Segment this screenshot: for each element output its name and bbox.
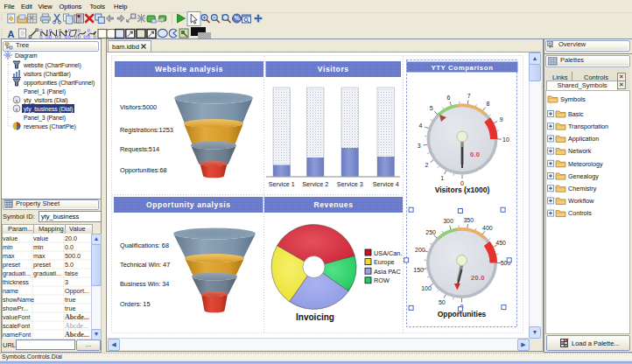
svg-text:max: max — [3, 252, 15, 260]
svg-text:Diagram: Diagram — [15, 52, 38, 60]
svg-text:0.0: 0.0 — [65, 243, 74, 251]
svg-text:Service 1: Service 1 — [269, 180, 295, 188]
svg-text:YTY Comparison: YTY Comparison — [431, 64, 493, 72]
svg-text:Revenues: Revenues — [314, 200, 354, 209]
svg-text:0.0: 0.0 — [470, 150, 480, 158]
svg-text:Invoicing: Invoicing — [296, 312, 334, 322]
svg-text:Network: Network — [568, 147, 592, 155]
svg-text:3: 3 — [65, 278, 68, 286]
svg-text:visitors (ChartBar): visitors (ChartBar) — [24, 71, 71, 78]
svg-text:Meteorology: Meteorology — [568, 160, 603, 168]
svg-text:opportunities (ChartFunnel): opportunities (ChartFunnel) — [24, 80, 95, 87]
svg-text:300: 300 — [443, 218, 453, 224]
svg-text:500.0: 500.0 — [65, 252, 81, 260]
svg-text:Abcde...: Abcde... — [65, 331, 89, 339]
svg-text:400: 400 — [482, 225, 493, 231]
svg-text:Registrations:1253: Registrations:1253 — [120, 126, 173, 134]
svg-text:yty_business (Dial): yty_business (Dial) — [24, 106, 73, 113]
svg-text:scaleFont: scaleFont — [3, 322, 30, 330]
svg-text:200: 200 — [415, 247, 425, 253]
svg-text:Website analysis: Website analysis — [155, 65, 223, 74]
svg-text:50: 50 — [439, 299, 446, 305]
svg-text:4: 4 — [418, 122, 422, 129]
svg-text:20.0: 20.0 — [65, 234, 77, 242]
svg-text:false: false — [65, 270, 78, 277]
svg-text:Qualifications: 68: Qualifications: 68 — [120, 242, 169, 249]
svg-text:Transportation: Transportation — [568, 122, 608, 130]
svg-text:Business Win: 34: Business Win: 34 — [120, 280, 169, 288]
svg-text:2: 2 — [425, 162, 429, 168]
svg-text:5: 5 — [430, 105, 433, 111]
svg-text:20.0: 20.0 — [471, 274, 485, 282]
svg-text:250: 250 — [425, 229, 436, 235]
svg-text:8: 8 — [486, 101, 489, 107]
svg-text:Opportunity analysis: Opportunity analysis — [146, 200, 231, 209]
svg-text:Visitors: Visitors — [318, 65, 349, 74]
svg-text:min: min — [33, 243, 44, 251]
svg-text:preset: preset — [33, 261, 51, 269]
svg-text:showName: showName — [3, 296, 34, 304]
svg-text:nameFont: nameFont — [3, 331, 31, 339]
svg-text:Genealogy: Genealogy — [568, 172, 599, 180]
svg-text:USA/Can.: USA/Can. — [374, 249, 402, 257]
svg-text:Abcde...: Abcde... — [65, 313, 89, 321]
svg-text:Visitors:5000: Visitors:5000 — [120, 103, 157, 111]
svg-text:6: 6 — [447, 94, 451, 101]
svg-text:Visitors (x1000): Visitors (x1000) — [435, 186, 490, 194]
svg-text:true: true — [65, 304, 75, 312]
svg-text:preset: preset — [3, 261, 20, 269]
svg-text:Service 3: Service 3 — [337, 180, 363, 188]
svg-text:graduati...: graduati... — [33, 270, 61, 277]
svg-text:max: max — [33, 252, 46, 260]
svg-text:value: value — [3, 234, 18, 242]
svg-text:Service 4: Service 4 — [373, 180, 399, 188]
svg-text:10: 10 — [502, 136, 509, 143]
svg-text:Symbols: Symbols — [560, 95, 586, 103]
svg-text:350: 350 — [463, 217, 474, 223]
svg-text:Chemistry: Chemistry — [568, 185, 597, 192]
svg-text:Orders: 15: Orders: 15 — [120, 300, 150, 308]
svg-text:Abcde...: Abcde... — [65, 322, 88, 330]
svg-text:%: % — [234, 15, 240, 21]
svg-text:450: 450 — [495, 240, 506, 246]
svg-text:5.0: 5.0 — [65, 261, 74, 269]
svg-text:Panel_3 (Panel): Panel_3 (Panel) — [24, 115, 66, 122]
svg-text:yty_visitors (Dial): yty_visitors (Dial) — [24, 97, 68, 104]
svg-text:9: 9 — [500, 116, 503, 122]
svg-text:Panel_1 (Panel): Panel_1 (Panel) — [24, 88, 66, 95]
svg-text:Workflow: Workflow — [568, 197, 594, 205]
svg-text:Requests:514: Requests:514 — [120, 145, 159, 153]
svg-text:Service 2: Service 2 — [302, 180, 328, 188]
svg-text:Europe: Europe — [374, 258, 395, 266]
svg-text:Application: Application — [568, 135, 599, 143]
svg-text:website (ChartFunnel): website (ChartFunnel) — [23, 62, 81, 69]
svg-text:A: A — [8, 29, 15, 39]
svg-text:graduati...: graduati... — [3, 270, 31, 277]
svg-text:value: value — [33, 234, 48, 242]
svg-text:100: 100 — [421, 285, 432, 291]
svg-text:Opport...: Opport... — [65, 287, 89, 295]
svg-text:valueFont: valueFont — [3, 313, 31, 321]
svg-text:Opportunities:68: Opportunities:68 — [120, 166, 167, 174]
svg-text:true: true — [65, 296, 75, 304]
svg-text:1: 1 — [440, 175, 444, 181]
svg-text:7: 7 — [467, 93, 471, 99]
svg-text:thickness: thickness — [3, 278, 29, 286]
svg-text:showPr...: showPr... — [3, 304, 29, 312]
svg-text:name: name — [3, 287, 18, 295]
svg-text:ROW: ROW — [374, 276, 390, 284]
svg-text:Asia PAC: Asia PAC — [374, 268, 401, 276]
svg-text:Controls: Controls — [568, 209, 592, 217]
svg-text:min: min — [3, 243, 13, 251]
svg-text:150: 150 — [413, 267, 424, 273]
svg-text:Technical Win: 47: Technical Win: 47 — [120, 261, 170, 269]
svg-text:3: 3 — [418, 143, 421, 149]
svg-text:revenues (ChartPie): revenues (ChartPie) — [24, 123, 76, 130]
svg-text:Basic: Basic — [568, 110, 584, 118]
